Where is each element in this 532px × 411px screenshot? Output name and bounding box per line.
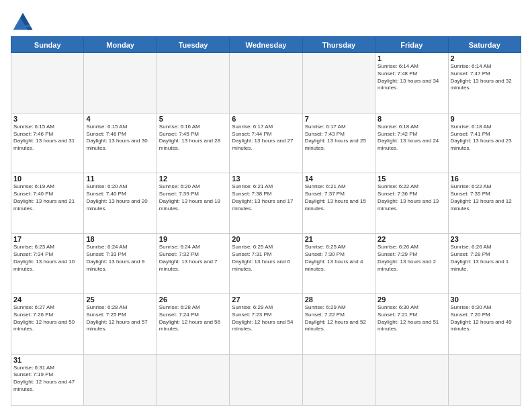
calendar-cell: 6Sunrise: 6:17 AMSunset: 7:44 PMDaylight… — [230, 113, 302, 173]
calendar-cell: 2Sunrise: 6:14 AMSunset: 7:47 PMDaylight… — [448, 53, 521, 113]
day-number: 21 — [305, 235, 373, 243]
week-row-5: 31Sunrise: 6:31 AMSunset: 7:19 PMDayligh… — [11, 354, 521, 405]
day-info: Sunrise: 6:23 AMSunset: 7:34 PMDaylight:… — [13, 244, 81, 273]
week-row-0: 1Sunrise: 6:14 AMSunset: 7:48 PMDaylight… — [11, 53, 521, 113]
calendar-cell: 28Sunrise: 6:29 AMSunset: 7:22 PMDayligh… — [302, 293, 375, 354]
day-number: 14 — [305, 175, 373, 183]
week-row-1: 3Sunrise: 6:15 AMSunset: 7:46 PMDaylight… — [11, 113, 521, 173]
calendar-cell: 21Sunrise: 6:25 AMSunset: 7:30 PMDayligh… — [302, 234, 375, 294]
calendar-cell — [84, 354, 157, 405]
weekday-header-tuesday: Tuesday — [157, 37, 229, 53]
calendar-cell: 25Sunrise: 6:28 AMSunset: 7:25 PMDayligh… — [84, 293, 157, 354]
calendar-cell: 7Sunrise: 6:17 AMSunset: 7:43 PMDaylight… — [302, 113, 375, 173]
day-number: 4 — [86, 115, 154, 123]
day-number: 24 — [13, 295, 81, 304]
day-number: 26 — [159, 295, 227, 304]
day-info: Sunrise: 6:26 AMSunset: 7:29 PMDaylight:… — [378, 244, 445, 273]
day-number: 18 — [86, 235, 154, 243]
day-info: Sunrise: 6:25 AMSunset: 7:30 PMDaylight:… — [305, 244, 373, 273]
calendar-cell: 3Sunrise: 6:15 AMSunset: 7:46 PMDaylight… — [11, 113, 84, 173]
day-info: Sunrise: 6:28 AMSunset: 7:24 PMDaylight:… — [159, 304, 227, 333]
day-info: Sunrise: 6:21 AMSunset: 7:37 PMDaylight:… — [305, 183, 373, 212]
weekday-header-sunday: Sunday — [11, 37, 84, 53]
week-row-4: 24Sunrise: 6:27 AMSunset: 7:26 PMDayligh… — [11, 293, 521, 354]
calendar-cell: 4Sunrise: 6:15 AMSunset: 7:46 PMDaylight… — [84, 113, 157, 173]
calendar-cell: 8Sunrise: 6:18 AMSunset: 7:42 PMDaylight… — [375, 113, 448, 173]
weekday-header-saturday: Saturday — [448, 37, 521, 53]
calendar-cell: 15Sunrise: 6:22 AMSunset: 7:36 PMDayligh… — [375, 173, 448, 234]
calendar-cell — [157, 354, 229, 405]
calendar-cell: 5Sunrise: 6:16 AMSunset: 7:45 PMDaylight… — [157, 113, 229, 173]
calendar-cell: 10Sunrise: 6:19 AMSunset: 7:40 PMDayligh… — [11, 173, 84, 234]
day-info: Sunrise: 6:14 AMSunset: 7:47 PMDaylight:… — [451, 63, 519, 92]
day-info: Sunrise: 6:24 AMSunset: 7:33 PMDaylight:… — [86, 244, 154, 273]
day-number: 25 — [86, 295, 154, 304]
day-info: Sunrise: 6:15 AMSunset: 7:46 PMDaylight:… — [86, 124, 154, 152]
weekday-header-friday: Friday — [375, 37, 448, 53]
day-number: 19 — [159, 235, 227, 243]
calendar: SundayMondayTuesdayWednesdayThursdayFrid… — [11, 36, 521, 406]
day-number: 20 — [232, 235, 300, 243]
day-info: Sunrise: 6:14 AMSunset: 7:48 PMDaylight:… — [378, 63, 445, 92]
calendar-cell: 18Sunrise: 6:24 AMSunset: 7:33 PMDayligh… — [84, 234, 157, 294]
calendar-cell — [84, 53, 157, 113]
day-number: 28 — [305, 295, 373, 304]
weekday-header-row: SundayMondayTuesdayWednesdayThursdayFrid… — [11, 37, 521, 53]
calendar-cell: 30Sunrise: 6:30 AMSunset: 7:20 PMDayligh… — [448, 293, 521, 354]
day-number: 30 — [451, 295, 519, 304]
day-number: 15 — [378, 175, 445, 183]
calendar-cell: 14Sunrise: 6:21 AMSunset: 7:37 PMDayligh… — [302, 173, 375, 234]
day-info: Sunrise: 6:30 AMSunset: 7:20 PMDaylight:… — [451, 304, 519, 333]
calendar-cell: 9Sunrise: 6:18 AMSunset: 7:41 PMDaylight… — [448, 113, 521, 173]
day-number: 31 — [13, 356, 81, 364]
week-row-2: 10Sunrise: 6:19 AMSunset: 7:40 PMDayligh… — [11, 173, 521, 234]
calendar-cell: 26Sunrise: 6:28 AMSunset: 7:24 PMDayligh… — [157, 293, 229, 354]
day-info: Sunrise: 6:29 AMSunset: 7:23 PMDaylight:… — [232, 304, 300, 333]
day-number: 29 — [378, 295, 445, 304]
generalblue-logo-icon — [11, 8, 35, 32]
calendar-cell — [230, 354, 302, 405]
day-info: Sunrise: 6:25 AMSunset: 7:31 PMDaylight:… — [232, 244, 300, 273]
day-number: 7 — [305, 115, 373, 123]
day-number: 8 — [378, 115, 445, 123]
calendar-cell: 12Sunrise: 6:20 AMSunset: 7:39 PMDayligh… — [157, 173, 229, 234]
calendar-cell — [302, 354, 375, 405]
day-number: 9 — [451, 115, 519, 123]
calendar-cell: 13Sunrise: 6:21 AMSunset: 7:38 PMDayligh… — [230, 173, 302, 234]
header — [11, 8, 521, 32]
day-number: 17 — [13, 235, 81, 243]
svg-rect-2 — [15, 25, 30, 28]
day-info: Sunrise: 6:21 AMSunset: 7:38 PMDaylight:… — [232, 183, 300, 212]
page: SundayMondayTuesdayWednesdayThursdayFrid… — [0, 0, 532, 411]
day-number: 3 — [13, 115, 81, 123]
weekday-header-monday: Monday — [84, 37, 157, 53]
day-info: Sunrise: 6:22 AMSunset: 7:35 PMDaylight:… — [451, 183, 519, 212]
day-number: 13 — [232, 175, 300, 183]
calendar-cell: 16Sunrise: 6:22 AMSunset: 7:35 PMDayligh… — [448, 173, 521, 234]
calendar-cell: 23Sunrise: 6:26 AMSunset: 7:28 PMDayligh… — [448, 234, 521, 294]
day-number: 16 — [451, 175, 519, 183]
day-info: Sunrise: 6:31 AMSunset: 7:19 PMDaylight:… — [13, 365, 81, 394]
day-number: 6 — [232, 115, 300, 123]
day-number: 5 — [159, 115, 227, 123]
weekday-header-wednesday: Wednesday — [230, 37, 302, 53]
day-info: Sunrise: 6:26 AMSunset: 7:28 PMDaylight:… — [451, 244, 519, 273]
day-info: Sunrise: 6:20 AMSunset: 7:39 PMDaylight:… — [159, 183, 227, 212]
calendar-cell: 19Sunrise: 6:24 AMSunset: 7:32 PMDayligh… — [157, 234, 229, 294]
day-number: 11 — [86, 175, 154, 183]
calendar-cell — [302, 53, 375, 113]
day-info: Sunrise: 6:19 AMSunset: 7:40 PMDaylight:… — [13, 183, 81, 212]
calendar-cell: 29Sunrise: 6:30 AMSunset: 7:21 PMDayligh… — [375, 293, 448, 354]
day-number: 10 — [13, 175, 81, 183]
day-info: Sunrise: 6:17 AMSunset: 7:43 PMDaylight:… — [305, 124, 373, 152]
day-info: Sunrise: 6:15 AMSunset: 7:46 PMDaylight:… — [13, 124, 81, 152]
calendar-cell — [157, 53, 229, 113]
day-info: Sunrise: 6:17 AMSunset: 7:44 PMDaylight:… — [232, 124, 300, 152]
calendar-cell — [11, 53, 84, 113]
calendar-cell — [448, 354, 521, 405]
day-info: Sunrise: 6:20 AMSunset: 7:40 PMDaylight:… — [86, 183, 154, 212]
calendar-cell: 1Sunrise: 6:14 AMSunset: 7:48 PMDaylight… — [375, 53, 448, 113]
calendar-cell: 31Sunrise: 6:31 AMSunset: 7:19 PMDayligh… — [11, 354, 84, 405]
day-number: 1 — [378, 54, 445, 62]
day-number: 2 — [451, 54, 519, 62]
